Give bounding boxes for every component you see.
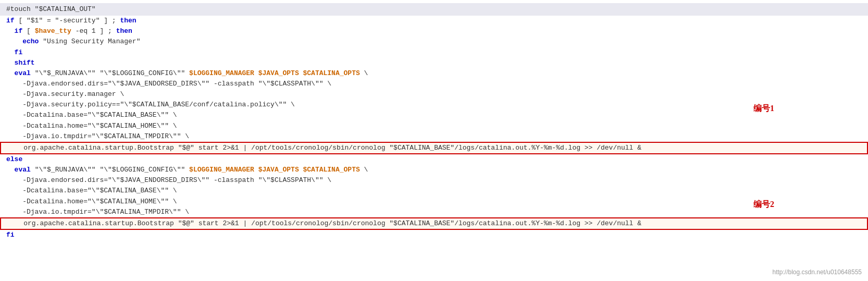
highlighted-bootstrap-line-2: org.apache.catalina.startup.Bootstrap "$… — [0, 217, 868, 230]
code-line: -Dcatalina.home="\"$CATALINA_HOME\"" \ — [0, 121, 868, 131]
code-container: #touch "$CATALINA_OUT" if [ "$1" = "-sec… — [0, 0, 868, 281]
code-line: eval "\"$_RUNJAVA\"" "\"$LOGGING_CONFIG\… — [0, 68, 868, 79]
code-line: -Dcatalina.base="\"$CATALINA_BASE\"" \ — [0, 110, 868, 120]
code-line: echo "Using Security Manager" — [0, 36, 868, 47]
code-line: if [ "$1" = "-security" ] ; then — [0, 16, 868, 26]
code-line: if [ $have_tty -eq 1 ] ; then — [0, 26, 868, 36]
code-line: fi — [0, 230, 868, 240]
code-line: else — [0, 154, 868, 165]
code-line: shift — [0, 58, 868, 68]
code-line: -Djava.endorsed.dirs="\"$JAVA_ENDORSED_D… — [0, 175, 868, 186]
code-line: -Djava.io.tmpdir="\"$CATALINA_TMPDIR\"" … — [0, 207, 868, 217]
code-line: -Djava.security.policy=="\"$CATALINA_BAS… — [0, 100, 868, 110]
annotation-2: 编号2 — [753, 198, 774, 211]
watermark: http://blog.csdn.net/u010648555 — [773, 267, 862, 277]
annotation-1: 编号1 — [753, 102, 774, 115]
highlighted-bootstrap-line-1: org.apache.catalina.startup.Bootstrap "$… — [0, 142, 868, 154]
code-line: -Dcatalina.home="\"$CATALINA_HOME\"" \ — [0, 197, 868, 207]
code-line: -Djava.endorsed.dirs="\"$JAVA_ENDORSED_D… — [0, 79, 868, 89]
code-line: -Djava.io.tmpdir="\"$CATALINA_TMPDIR\"" … — [0, 131, 868, 142]
code-line: eval "\"$_RUNJAVA\"" "\"$LOGGING_CONFIG\… — [0, 165, 868, 175]
code-line: -Dcatalina.base="\"$CATALINA_BASE\"" \ — [0, 186, 868, 196]
code-line: fi — [0, 47, 868, 58]
top-bar-line: #touch "$CATALINA_OUT" — [0, 3, 868, 16]
code-line: -Djava.security.manager \ — [0, 89, 868, 100]
